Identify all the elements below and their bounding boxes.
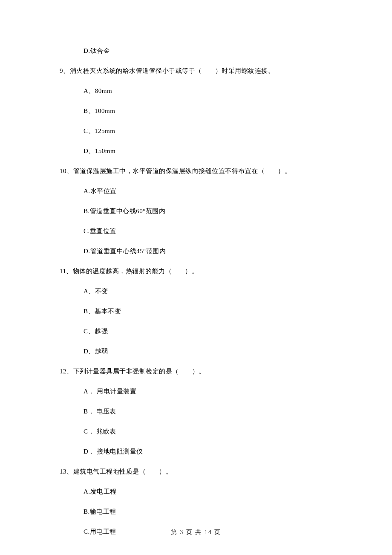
- option-text: B.管道垂直中心线60°范围内: [84, 207, 332, 215]
- option-text: D.钛合金: [84, 47, 332, 55]
- question-text: 11、物体的温度越高，热辐射的能力（ ）。: [60, 267, 332, 275]
- option-text: A.发电工程: [84, 488, 332, 496]
- option-text: D． 接地电阻测量仪: [84, 448, 332, 456]
- option-text: C． 兆欧表: [84, 428, 332, 436]
- question-text: 9、消火栓灭火系统的给水管道管径小于或等于（ ）时采用螺纹连接。: [60, 67, 332, 75]
- option-text: A． 用电计量装置: [84, 387, 332, 396]
- question-text: 13、建筑电气工程地性质是（ ）。: [60, 468, 332, 476]
- option-text: C.垂直位置: [84, 227, 332, 235]
- option-text: A、不变: [84, 287, 332, 295]
- option-text: D、越弱: [84, 347, 332, 356]
- option-text: C、越强: [84, 327, 332, 335]
- option-text: A、80mm: [84, 87, 332, 95]
- page-footer: 第 3 页 共 14 页: [0, 529, 392, 536]
- option-text: D.管道垂直中心线45°范围内: [84, 247, 332, 255]
- question-text: 10、管道保温层施工中，水平管道的保温层纵向接缝位置不得布置在（ ）。: [60, 167, 332, 175]
- option-text: D、150mm: [84, 147, 332, 155]
- option-text: B、基本不变: [84, 307, 332, 315]
- option-text: A.水平位置: [84, 187, 332, 195]
- page-content: D.钛合金 9、消火栓灭火系统的给水管道管径小于或等于（ ）时采用螺纹连接。 A…: [0, 0, 392, 536]
- question-text: 12、下列计量器具属于非强制检定的是（ ）。: [60, 367, 332, 376]
- option-text: B.输电工程: [84, 508, 332, 516]
- option-text: B、100mm: [84, 107, 332, 115]
- option-text: B． 电压表: [84, 408, 332, 416]
- option-text: C、125mm: [84, 127, 332, 135]
